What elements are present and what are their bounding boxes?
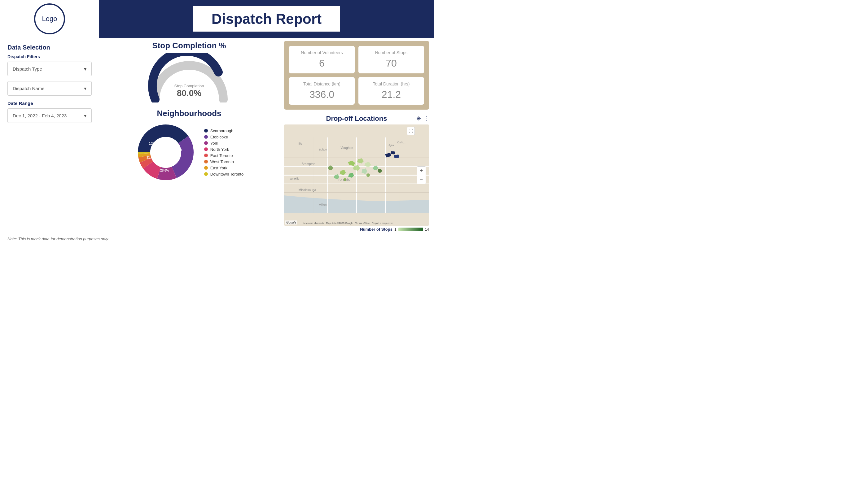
- star-icon[interactable]: ✳: [416, 115, 421, 122]
- main-content: Data Selection Dispatch Filters Dispatch…: [0, 38, 434, 235]
- date-range-label: Date Range: [7, 101, 92, 106]
- svg-text:Vaughan: Vaughan: [341, 146, 353, 150]
- dropoff-title: Drop-off Locations: [326, 115, 387, 123]
- scale-bar: [398, 228, 423, 231]
- right-panel: Number of Volunteers 6 Number of Stops 7…: [279, 38, 434, 235]
- gauge-container: Stop Completion 80.0%: [146, 53, 232, 102]
- legend-item-east-york: East York: [204, 166, 244, 170]
- date-range-select[interactable]: Dec 1, 2022 - Feb 4, 2023: [7, 108, 92, 123]
- stat-card-distance: Total Distance (km) 336.0: [289, 77, 355, 105]
- dispatch-filters-label: Dispatch Filters: [7, 54, 92, 59]
- stat-value-distance: 336.0: [309, 89, 334, 100]
- legend-dot-west-toronto: [204, 160, 208, 163]
- page-title: Dispatch Report: [212, 10, 321, 27]
- legend-label-downtown-toronto: Downtown Toronto: [210, 172, 244, 176]
- logo-circle: Logo: [34, 3, 65, 34]
- legend-dot-scarborough: [204, 129, 208, 133]
- legend-item-downtown-toronto: Downtown Toronto: [204, 172, 244, 176]
- legend-label-york: York: [210, 141, 218, 145]
- svg-text:Ajax: Ajax: [389, 144, 394, 147]
- svg-text:Oshi...: Oshi...: [397, 141, 405, 144]
- neighbourhoods-title: Neighbourhoods: [157, 109, 221, 118]
- svg-point-8: [150, 137, 181, 168]
- gauge-label: Stop Completion: [174, 84, 204, 88]
- map-expand-icon[interactable]: ⛶: [407, 127, 415, 135]
- svg-rect-36: [391, 151, 395, 154]
- legend-label-west-toronto: West Toronto: [210, 159, 234, 164]
- legend-dot-etobicoke: [204, 135, 208, 139]
- dropoff-icons: ✳ ⋮: [416, 115, 429, 122]
- stat-card-volunteers: Number of Volunteers 6: [289, 46, 355, 73]
- legend-label-north-york: North York: [210, 147, 229, 152]
- svg-text:28.6%: 28.6%: [160, 169, 169, 172]
- legend-item-east-toronto: East Toronto: [204, 153, 244, 158]
- map-zoom-in-button[interactable]: +: [417, 167, 426, 175]
- legend-label-east-toronto: East Toronto: [210, 153, 233, 158]
- legend-item-north-york: North York: [204, 147, 244, 152]
- footer-text: Note: This is mock data for demonstratio…: [7, 236, 109, 241]
- stat-label-duration: Total Duration (hrs): [373, 82, 409, 87]
- scale-min: 1: [394, 227, 397, 232]
- dispatch-name-select[interactable]: Dispatch Name: [7, 81, 92, 96]
- gauge-value: 80.0%: [174, 88, 204, 98]
- center-panel: Stop Completion % Stop Completion 80.0% …: [99, 38, 279, 235]
- header-title-area: Dispatch Report: [99, 6, 434, 32]
- svg-text:10%: 10%: [149, 142, 155, 145]
- google-logo: Google: [285, 221, 297, 225]
- dispatch-type-wrapper[interactable]: Dispatch Type ▼: [7, 62, 92, 76]
- legend-dot-east-toronto: [204, 154, 208, 157]
- footer-note: Note: This is mock data for demonstratio…: [0, 235, 434, 243]
- stat-label-distance: Total Distance (km): [303, 82, 340, 87]
- map-zoom-out-button[interactable]: −: [417, 175, 426, 184]
- svg-text:Milton: Milton: [319, 203, 327, 206]
- dropoff-header: Drop-off Locations ✳ ⋮: [284, 115, 429, 123]
- legend-label-east-york: East York: [210, 166, 227, 170]
- legend-item-scarborough: Scarborough: [204, 129, 244, 133]
- svg-text:ton Hills: ton Hills: [290, 177, 299, 180]
- stat-value-volunteers: 6: [319, 58, 324, 69]
- legend-dot-downtown-toronto: [204, 172, 208, 176]
- stat-card-duration: Total Duration (hrs) 21.2: [359, 77, 424, 105]
- map-svg: ille Bolton Vaughan Ajax Oshi... Brampto…: [284, 125, 429, 226]
- more-options-icon[interactable]: ⋮: [424, 115, 429, 122]
- donut-section: 40% 28.6% 11.4% 10% Scarborough Etobicok…: [135, 121, 244, 183]
- map-attribution: Keyboard shortcuts Map data ©2023 Google…: [303, 222, 393, 225]
- legend-dot-north-york: [204, 148, 208, 151]
- legend-item-etobicoke: Etobicoke: [204, 135, 244, 139]
- map-container: ille Bolton Vaughan Ajax Oshi... Brampto…: [284, 125, 429, 226]
- map-zoom-controls[interactable]: + −: [417, 166, 426, 184]
- logo-text: Logo: [42, 15, 57, 23]
- date-range-wrapper[interactable]: Dec 1, 2022 - Feb 4, 2023 ▼: [7, 108, 92, 123]
- legend-dot-east-york: [204, 166, 208, 170]
- stat-label-stops: Number of Stops: [375, 50, 407, 55]
- logo-area: Logo: [0, 0, 99, 38]
- svg-text:Mississauga: Mississauga: [299, 188, 316, 192]
- stop-completion-title: Stop Completion %: [152, 41, 226, 51]
- data-selection-title: Data Selection: [7, 44, 92, 51]
- header-title-box: Dispatch Report: [193, 6, 340, 32]
- legend-label-etobicoke: Etobicoke: [210, 135, 228, 139]
- stat-card-stops: Number of Stops 70: [359, 46, 424, 73]
- neighbourhood-legend: Scarborough Etobicoke York North York Ea…: [204, 129, 244, 176]
- dispatch-type-select[interactable]: Dispatch Type: [7, 62, 92, 76]
- svg-text:ille: ille: [299, 142, 302, 145]
- svg-text:11.4%: 11.4%: [147, 156, 155, 159]
- stat-value-stops: 70: [386, 58, 397, 69]
- scale-max: 14: [425, 227, 429, 232]
- legend-dot-york: [204, 141, 208, 145]
- stat-value-duration: 21.2: [382, 89, 401, 100]
- svg-text:Bolton: Bolton: [319, 148, 327, 151]
- dispatch-name-wrapper[interactable]: Dispatch Name ▼: [7, 81, 92, 96]
- svg-point-47: [328, 166, 333, 170]
- donut-chart: 40% 28.6% 11.4% 10%: [135, 121, 197, 183]
- legend-item-west-toronto: West Toronto: [204, 159, 244, 164]
- legend-label-scarborough: Scarborough: [210, 129, 233, 133]
- svg-point-49: [367, 173, 370, 177]
- gauge-center-text: Stop Completion 80.0%: [174, 84, 204, 98]
- svg-rect-37: [394, 155, 399, 158]
- svg-point-50: [344, 178, 346, 181]
- stats-grid: Number of Volunteers 6 Number of Stops 7…: [284, 41, 429, 109]
- header: Logo Dispatch Report: [0, 0, 434, 38]
- sidebar: Data Selection Dispatch Filters Dispatch…: [0, 38, 99, 235]
- svg-text:Brampton: Brampton: [302, 162, 315, 166]
